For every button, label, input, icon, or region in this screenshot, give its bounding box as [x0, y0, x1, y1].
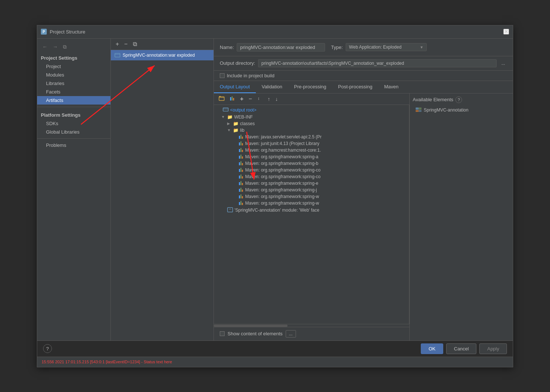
type-select[interactable]: Web Application: Exploded ▼	[346, 43, 427, 51]
svg-rect-14	[419, 110, 422, 112]
tab-maven[interactable]: Maven	[378, 81, 404, 93]
lib-icon	[239, 168, 243, 172]
output-dir-input[interactable]	[258, 59, 497, 67]
copy-nav-button[interactable]: ⧉	[61, 43, 68, 51]
sidebar-item-problems[interactable]: Problems	[37, 141, 110, 149]
tree-item-maven-spring-co[interactable]: Maven: org.springframework:spring-co	[214, 167, 409, 173]
out-remove-btn[interactable]: −	[247, 95, 254, 103]
available-item-springmvc[interactable]: SpringMVC-annotation	[410, 106, 513, 114]
lib-icon	[239, 194, 243, 198]
out-down-btn[interactable]: ↓	[274, 95, 280, 103]
sidebar-item-libraries[interactable]: Libraries	[37, 79, 110, 88]
tree-label: Maven: org.springframework:spring-b	[245, 161, 318, 166]
lib-icon	[239, 188, 243, 192]
tree-label: Maven: org.springframework:spring-co	[245, 167, 321, 173]
tree-label: 'SpringMVC-annotation' module: 'Web' fac…	[235, 208, 319, 213]
tab-pre-processing[interactable]: Pre-processing	[288, 81, 332, 93]
sidebar-item-sdks[interactable]: SDKs	[37, 119, 110, 128]
tree-item-maven-spring-co2[interactable]: Maven: org.springframework:spring-co	[214, 173, 409, 180]
artifact-copy-button[interactable]: ⧉	[131, 40, 139, 48]
sidebar-divider-2	[37, 138, 110, 139]
tree-item-maven-junit[interactable]: Maven: junit:junit:4.13 (Project Library	[214, 140, 409, 147]
tree-item-classes[interactable]: ▶ 📁 classes	[214, 120, 409, 127]
tree-label: WEB-INF	[234, 114, 253, 120]
tree-item-maven-spring-w2[interactable]: Maven: org.springframework:spring-w	[214, 200, 409, 206]
tab-output-layout[interactable]: Output Layout	[214, 81, 256, 93]
tab-post-processing[interactable]: Post-processing	[332, 81, 378, 93]
output-layout-area: + − ↕ ↑ ↓	[214, 93, 513, 340]
tree-label: <output root>	[230, 107, 256, 113]
output-toolbar: + − ↕ ↑ ↓	[214, 93, 409, 105]
ok-button[interactable]: OK	[421, 343, 443, 354]
lib-icon	[239, 181, 243, 185]
svg-rect-11	[416, 107, 419, 110]
available-item-label: SpringMVC-annotation	[424, 107, 468, 113]
tree-item-maven-spring-j[interactable]: Maven: org.springframework:spring-j	[214, 187, 409, 193]
available-elements-help[interactable]: ?	[455, 96, 462, 103]
lib-icon	[239, 155, 243, 159]
svg-rect-0	[115, 53, 120, 57]
nav-row: ← → ⧉	[37, 42, 110, 52]
sidebar-item-project[interactable]: Project	[37, 62, 110, 71]
forward-button[interactable]: →	[51, 43, 59, 50]
sidebar-item-artifacts[interactable]: Artifacts	[37, 96, 110, 105]
show-content-area: Show content of elements ...	[214, 327, 409, 340]
title-bar: P Project Structure ×	[37, 25, 513, 39]
out-lib-btn[interactable]	[228, 95, 237, 103]
folder-icon: 📁	[233, 128, 239, 133]
help-button[interactable]: ?	[43, 344, 52, 353]
out-sort-btn[interactable]: ↕	[255, 95, 264, 103]
lib-icon	[239, 148, 243, 152]
artifact-remove-button[interactable]: −	[122, 40, 129, 48]
tab-validation[interactable]: Validation	[256, 81, 288, 93]
tree-item-maven-servlet[interactable]: Maven: javax.servlet:servlet-api:2.5 (Pr	[214, 134, 409, 140]
close-button[interactable]: ×	[503, 29, 509, 35]
bottom-bar: ? OK Cancel Apply	[37, 340, 513, 357]
show-content-checkbox[interactable]	[220, 331, 225, 336]
tree-item-maven-spring-a[interactable]: Maven: org.springframework:spring-a	[214, 153, 409, 160]
tabs-row: Output Layout Validation Pre-processing …	[214, 81, 513, 93]
out-folder-btn[interactable]	[217, 95, 226, 103]
tree-label: Maven: org.springframework:spring-w	[245, 194, 319, 199]
artifact-list-panel: + − ⧉ SpringMVC-annotation:war exploded	[111, 39, 214, 340]
svg-rect-4	[232, 96, 233, 100]
out-add-btn[interactable]: +	[238, 95, 245, 103]
status-bar: 15:556 2021 17:01:15.215 [543:0:1 [lastE…	[37, 357, 513, 367]
sidebar-item-global-libraries[interactable]: Global Libraries	[37, 128, 110, 136]
available-elements-header: Available Elements ?	[410, 95, 513, 106]
lib-icon	[239, 141, 243, 145]
apply-button[interactable]: Apply	[479, 343, 507, 354]
tree-item-springmvc-module[interactable]: 'SpringMVC-annotation' module: 'Web' fac…	[214, 206, 409, 214]
tree-item-maven-spring-b[interactable]: Maven: org.springframework:spring-b	[214, 160, 409, 167]
tree-label: Maven: org.springframework:spring-e	[245, 181, 318, 186]
artifact-add-button[interactable]: +	[114, 40, 121, 48]
available-elements-panel: Available Elements ?	[410, 93, 513, 340]
tree-label: Maven: junit:junit:4.13 (Project Library	[245, 141, 319, 146]
lib-icon	[239, 174, 243, 179]
module-icon	[227, 207, 233, 213]
show-content-btn[interactable]: ...	[286, 330, 296, 338]
artifact-item[interactable]: SpringMVC-annotation:war exploded	[111, 50, 214, 60]
tree-item-maven-spring-e[interactable]: Maven: org.springframework:spring-e	[214, 180, 409, 187]
out-up-btn[interactable]: ↑	[266, 95, 272, 103]
folder-icon: 📁	[233, 121, 239, 126]
project-settings-section: Project Settings	[37, 52, 110, 62]
cancel-button[interactable]: Cancel	[446, 343, 476, 354]
output-dir-browse-button[interactable]: ...	[500, 60, 507, 67]
include-build-checkbox[interactable]	[220, 73, 225, 78]
svg-text:↕: ↕	[258, 96, 260, 100]
app-icon: P	[41, 29, 47, 35]
artifact-toolbar: + − ⧉	[111, 39, 214, 50]
main-content: Name: Type: Web Application: Exploded ▼ …	[214, 39, 513, 340]
tree-label: Maven: org.springframework:spring-co	[245, 174, 321, 179]
sidebar-item-facets[interactable]: Facets	[37, 88, 110, 96]
name-input[interactable]	[237, 43, 325, 52]
tree-item-lib[interactable]: ▼ 📁 lib	[214, 127, 409, 134]
tree-item-output-root[interactable]: <output root>	[214, 106, 409, 114]
tree-item-maven-hamcrest[interactable]: Maven: org.hamcrest:hamcrest-core:1.	[214, 147, 409, 153]
tree-item-web-inf[interactable]: ▼ 📁 WEB-INF	[214, 114, 409, 120]
back-button[interactable]: ←	[41, 43, 49, 50]
tree-item-maven-spring-w[interactable]: Maven: org.springframework:spring-w	[214, 193, 409, 200]
sidebar-item-modules[interactable]: Modules	[37, 71, 110, 79]
tree-label: classes	[240, 121, 255, 126]
